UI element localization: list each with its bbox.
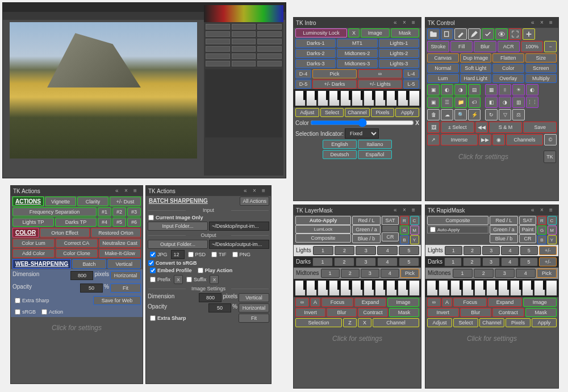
close-icon[interactable]: × — [403, 19, 410, 26]
b-button[interactable]: B — [537, 235, 546, 244]
italiano-button[interactable]: Italiano — [358, 140, 392, 149]
invert-icon[interactable]: ◑ — [454, 84, 467, 95]
x-button[interactable]: X — [348, 28, 360, 37]
collapse-icon[interactable]: « — [531, 207, 538, 214]
photo-icon[interactable]: 🖼 — [427, 122, 440, 133]
mt1-button[interactable]: MT1 — [337, 39, 377, 48]
l4-button[interactable]: L-4 — [403, 69, 419, 78]
collapse-icon[interactable]: « — [531, 19, 538, 26]
image-button[interactable]: Image — [523, 298, 557, 307]
gradient-icon[interactable]: ▥ — [512, 97, 525, 108]
contract-button[interactable]: Contract — [492, 308, 524, 317]
adjust-button[interactable]: Adjust — [295, 108, 319, 117]
correct-ca-button[interactable]: Correct CA — [56, 239, 98, 248]
fit-button[interactable]: Fit — [239, 314, 269, 323]
softlight-button[interactable]: Soft Light — [460, 64, 492, 73]
darks3-button[interactable]: Darks-3 — [295, 59, 336, 68]
check-icon[interactable] — [482, 28, 494, 40]
channels-button[interactable]: Channels — [506, 134, 543, 145]
add-color-button[interactable]: Add Color — [12, 249, 55, 258]
rec-icon[interactable]: ◉ — [492, 134, 505, 145]
l4[interactable]: 4 — [377, 246, 398, 255]
lumlock-button[interactable]: Luminosity Lock — [295, 28, 347, 37]
select-button[interactable]: Select — [453, 318, 478, 327]
sun-icon[interactable]: ☀ — [512, 84, 525, 95]
lights3-button[interactable]: Lights-3 — [379, 59, 419, 68]
l1[interactable]: 1 — [445, 246, 462, 255]
canvas-button[interactable]: Canvas — [427, 53, 459, 62]
rotate-icon[interactable]: ↻ — [485, 109, 498, 120]
darks1-button[interactable]: Darks-1 — [295, 39, 336, 48]
100pct-button[interactable]: 100% — [521, 41, 543, 52]
piano-selector[interactable] — [294, 89, 421, 107]
jpg-checkbox[interactable]: JPG — [148, 250, 170, 259]
pick-button[interactable]: Pick — [537, 269, 557, 278]
darks-tp-button[interactable]: Darks TP — [55, 218, 97, 227]
reset-x[interactable]: X — [415, 120, 419, 126]
action3-button[interactable]: #3 — [127, 207, 141, 216]
invert-button[interactable]: Invert — [295, 308, 325, 317]
expand-button[interactable]: Expand — [488, 298, 521, 307]
autoapply-checkbox[interactable]: Auto-Apply — [427, 226, 488, 233]
batch-button[interactable]: Batch — [72, 259, 106, 269]
collapse-icon[interactable]: « — [394, 19, 400, 26]
color-button[interactable]: Color — [492, 64, 524, 73]
a-button[interactable]: A — [310, 298, 320, 307]
contract-button[interactable]: Contract — [358, 308, 388, 317]
d1[interactable]: 1 — [312, 257, 333, 266]
clarity-button[interactable]: Clarity — [77, 197, 108, 206]
d1[interactable]: 1 — [444, 257, 462, 266]
next-icon[interactable]: ▶▶ — [479, 134, 491, 145]
expand-button[interactable]: Expand — [354, 298, 386, 307]
embed-checkbox[interactable]: Embed Profile — [148, 267, 194, 274]
flatten-button[interactable]: Flatten — [492, 53, 524, 62]
action6-button[interactable]: #6 — [127, 218, 141, 227]
srgb-checkbox[interactable]: sRGB — [12, 308, 38, 315]
lights-tp-button[interactable]: Lights TP — [12, 218, 54, 227]
lpm[interactable]: +/- — [539, 246, 557, 255]
focus-button[interactable]: Focus — [453, 298, 487, 307]
settings-area[interactable]: Click for settings — [425, 328, 558, 349]
menu-icon[interactable]: ≡ — [412, 19, 419, 26]
vertical-button[interactable]: Vertical — [107, 259, 141, 269]
hardlight-button[interactable]: Hard Light — [460, 74, 492, 83]
m4[interactable]: 4 — [516, 269, 536, 278]
save-button[interactable]: Save — [523, 122, 557, 133]
image-button[interactable]: Image — [361, 28, 390, 37]
pick-button[interactable]: Pick — [312, 69, 357, 78]
save-for-web-button[interactable]: Save for Web — [93, 296, 141, 305]
m2[interactable]: 2 — [341, 269, 360, 278]
pick-button[interactable]: Pick — [400, 269, 419, 278]
jpg-quality[interactable] — [171, 250, 185, 259]
restored-orton-button[interactable]: Restored Orton — [91, 228, 141, 237]
stroke-button[interactable]: Stroke — [427, 41, 449, 52]
extra-sharp-checkbox[interactable]: Extra Sharp — [148, 314, 189, 323]
acr-button[interactable]: ACR — [498, 41, 520, 52]
settings-area[interactable]: Click for settings — [11, 317, 143, 339]
vertical-button[interactable]: Vertical — [239, 293, 269, 302]
l5-button[interactable]: L-5 — [403, 80, 419, 89]
neutralize-button[interactable]: Neutralize Cast — [99, 239, 141, 248]
composite-button[interactable]: Composite — [427, 216, 488, 225]
tag-icon[interactable]: 🏷 — [468, 97, 481, 108]
lights2-button[interactable]: Lights-2 — [379, 49, 419, 58]
sm-button[interactable]: S & M — [489, 122, 523, 133]
m2[interactable]: 2 — [474, 269, 494, 278]
collapse-icon[interactable]: « — [394, 207, 400, 214]
dimension-input[interactable] — [70, 271, 93, 280]
vignette-button[interactable]: Vignette — [45, 197, 76, 206]
d5[interactable]: 5 — [399, 257, 419, 266]
list-icon[interactable]: ☰ — [441, 97, 453, 108]
d3[interactable]: 3 — [356, 257, 376, 266]
image-button[interactable]: Image — [387, 298, 419, 307]
blueb-button[interactable]: Blue / b — [490, 234, 518, 243]
blueb-button[interactable]: Blue / b — [352, 234, 381, 243]
multiply-button[interactable]: Multiply — [525, 74, 557, 83]
invert-button[interactable]: Invert — [427, 308, 459, 317]
zoom-icon[interactable]: 🔍 — [454, 109, 467, 120]
play-action-checkbox[interactable]: Play Action — [195, 267, 235, 274]
histogram-icon[interactable]: ⫴ — [499, 84, 511, 95]
blur-button[interactable]: Blur — [460, 308, 492, 317]
sat-button[interactable]: SAT — [382, 216, 399, 225]
apply-button[interactable]: Apply — [395, 108, 419, 117]
